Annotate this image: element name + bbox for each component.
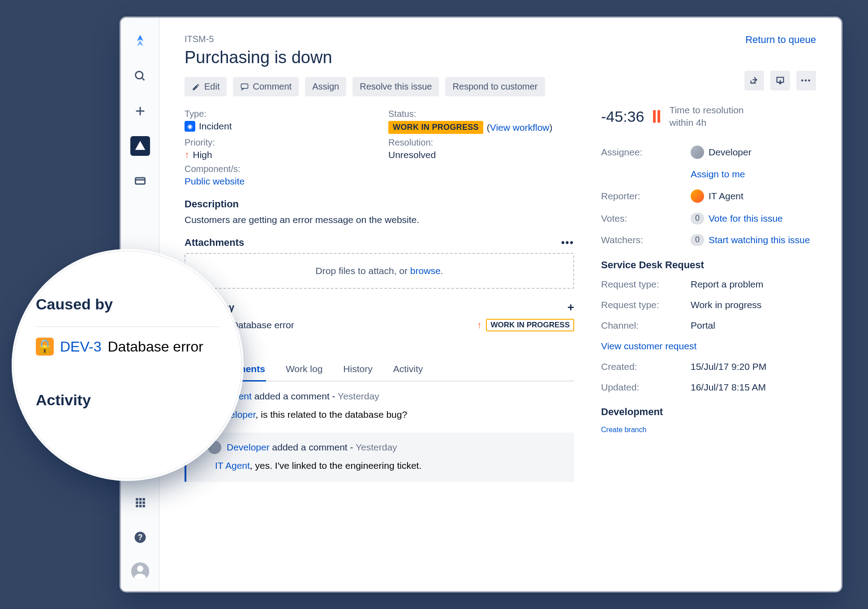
watchers-label: Watchers:: [601, 235, 691, 245]
linked-status-badge: WORK IN PROGRESS: [486, 319, 574, 331]
request-type-value: Report a problem: [691, 279, 816, 290]
app-window: ? ITSM-5 Purchasing is down Edit Comment…: [121, 18, 841, 591]
watchers-count: 0: [691, 234, 704, 246]
comment-2: ⌄ Developer added a comment - Yesterday …: [185, 433, 574, 482]
components-label: Component/s:: [185, 164, 574, 174]
type-label: Type:: [185, 109, 370, 119]
create-branch-link[interactable]: Create branch: [601, 426, 646, 433]
components-link[interactable]: Public website: [185, 176, 245, 187]
view-customer-request-link[interactable]: View customer request: [601, 341, 696, 351]
svg-rect-10: [139, 502, 141, 504]
respond-button[interactable]: Respond to customer: [445, 77, 545, 96]
activity-heading: Activity: [185, 343, 574, 355]
priority-label: Priority:: [185, 137, 370, 148]
reporter-label: Reporter:: [601, 191, 691, 202]
comment-button[interactable]: Comment: [233, 77, 299, 96]
field-grid: Type: ◉ Incident Status: WORK IN PROGRES…: [185, 109, 574, 187]
svg-rect-4: [135, 178, 145, 184]
help-icon[interactable]: ?: [130, 528, 150, 547]
reporter-value: IT Agent: [691, 189, 816, 203]
updated-value: 16/Jul/17 8:15 AM: [691, 382, 816, 393]
resolve-button[interactable]: Resolve this issue: [352, 77, 439, 96]
view-workflow-link[interactable]: View workflow: [490, 122, 550, 133]
linked-priority-icon: ↑: [477, 320, 482, 330]
avatar-icon: [691, 146, 704, 159]
tab-activity[interactable]: Activity: [392, 359, 424, 381]
pause-icon: [653, 110, 660, 123]
apps-icon[interactable]: [130, 493, 150, 512]
svg-rect-7: [139, 498, 141, 500]
main-content: ITSM-5 Purchasing is down Edit Comment A…: [159, 18, 841, 591]
caused-by-heading: Caused by +: [185, 300, 574, 314]
description-text: Customers are getting an error message o…: [185, 214, 574, 225]
people-grid: Assignee: Developer Assign to me Reporte…: [601, 146, 816, 246]
type-value: ◉ Incident: [185, 121, 370, 132]
sdr-heading: Service Desk Request: [601, 259, 816, 271]
priority-value: ↑ High: [185, 150, 370, 160]
sla-panel: -45:36 Time to resolution within 4h: [601, 104, 816, 129]
profile-avatar[interactable]: [131, 562, 149, 580]
sdr-grid: Request type: Report a problem Request t…: [601, 279, 816, 393]
card-icon[interactable]: [130, 171, 150, 191]
description-heading: Description: [185, 198, 574, 210]
create-icon[interactable]: [130, 101, 150, 121]
linked-issue-summary: Database error: [232, 320, 294, 330]
svg-text:?: ?: [138, 533, 142, 542]
svg-rect-8: [142, 498, 145, 500]
vote-link[interactable]: Vote for this issue: [709, 213, 783, 224]
channel-label: Channel:: [601, 320, 691, 331]
sla-time: -45:36: [601, 108, 644, 125]
status-value: WORK IN PROGRESS (View workflow): [388, 121, 574, 134]
magnifier-issue-summary: Database error: [107, 339, 203, 355]
svg-point-18: [137, 566, 143, 572]
svg-rect-14: [142, 505, 145, 507]
more-actions-icon[interactable]: •••: [796, 71, 816, 90]
incident-icon: ◉: [185, 121, 195, 132]
export-icon[interactable]: [770, 71, 790, 90]
mention-link[interactable]: IT Agent: [215, 460, 250, 471]
return-to-queue-link[interactable]: Return to queue: [745, 34, 816, 45]
breadcrumb[interactable]: ITSM-5: [185, 34, 574, 44]
edit-button[interactable]: Edit: [185, 77, 227, 96]
activity-tabs: All Comments Work log History Activity: [185, 359, 574, 382]
created-label: Created:: [601, 361, 691, 372]
magnifier-issue-key[interactable]: DEV-3: [60, 339, 101, 355]
tab-history[interactable]: History: [342, 359, 373, 381]
attachments-heading: Attachments •••: [185, 237, 574, 249]
svg-rect-20: [241, 84, 248, 88]
comment-1: ⌄ IT Agent added a comment - Yesterday D…: [185, 382, 574, 425]
channel-value: Portal: [691, 320, 816, 331]
assign-button[interactable]: Assign: [305, 77, 346, 96]
svg-rect-13: [139, 505, 141, 507]
add-link-icon[interactable]: +: [567, 300, 574, 314]
resolution-label: Resolution:: [388, 137, 574, 148]
watch-link[interactable]: Start watching this issue: [709, 235, 810, 245]
svg-rect-12: [136, 505, 138, 507]
development-heading: Development: [601, 406, 816, 418]
attachments-dropzone[interactable]: Drop files to attach, or browse.: [185, 253, 574, 289]
svg-rect-11: [142, 502, 145, 504]
issue-title: Purchasing is down: [185, 48, 574, 67]
magnifier-overlay: Caused by 🔒 DEV-3 Database error Activit…: [13, 251, 242, 479]
browse-link[interactable]: browse: [410, 266, 441, 276]
status-label: Status:: [388, 109, 574, 119]
linked-issue-row[interactable]: 🔒 DEV-3 Database error ↑ WORK IN PROGRES…: [185, 319, 574, 331]
share-icon[interactable]: [744, 71, 764, 90]
attachments-more-icon[interactable]: •••: [561, 237, 574, 249]
svg-line-1: [142, 78, 144, 81]
logo-icon[interactable]: [130, 31, 150, 51]
created-value: 15/Jul/17 9:20 PM: [691, 361, 816, 372]
assign-to-me-link[interactable]: Assign to me: [691, 169, 745, 180]
magnifier-activity-heading: Activity: [36, 391, 219, 409]
assignee-label: Assignee:: [601, 147, 691, 158]
lock-icon: 🔒: [36, 338, 54, 356]
svg-rect-9: [136, 502, 138, 504]
search-icon[interactable]: [130, 66, 150, 86]
project-icon[interactable]: [130, 136, 150, 156]
votes-count: 0: [691, 213, 704, 224]
tab-worklog[interactable]: Work log: [285, 359, 323, 381]
comment-author[interactable]: Developer: [227, 442, 270, 452]
updated-label: Updated:: [601, 382, 691, 393]
request-type-label: Request type:: [601, 279, 691, 290]
status-badge: WORK IN PROGRESS: [388, 121, 483, 134]
